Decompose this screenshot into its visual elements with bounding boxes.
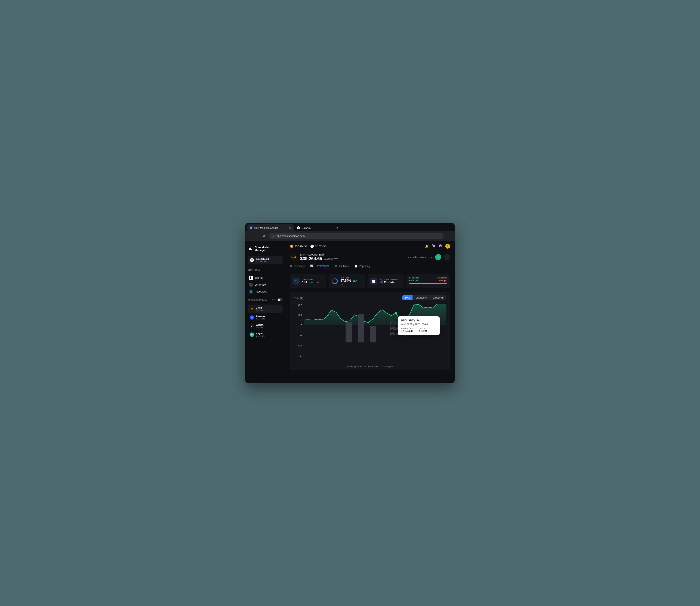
section-label-exchanges: YOUR EXCHANGES FAV bbox=[248, 298, 283, 301]
card-value: 104 bbox=[302, 280, 307, 284]
long-label: Long Ratio bbox=[409, 277, 419, 279]
calculator-icon[interactable] bbox=[439, 244, 442, 248]
more-button[interactable]: ⋯ bbox=[444, 254, 450, 260]
reporting-icon: 📋 bbox=[354, 265, 357, 267]
refresh-button[interactable]: ⟲ bbox=[435, 254, 441, 260]
exchange-icon: by bbox=[250, 307, 254, 311]
browser-tab-strip: ◐ Coin Market Manager ✕ ◍ CoinAnk ✕ bbox=[245, 223, 455, 231]
brand-logo[interactable]: Coin Market Manager bbox=[248, 245, 283, 252]
y-tick: -50k bbox=[294, 345, 302, 347]
short-count: (5) bbox=[444, 279, 447, 282]
eth-price: ♦ $2,753.54 bbox=[310, 244, 326, 248]
svg-point-7 bbox=[440, 247, 440, 247]
main-panel: ₿ $57,424.54 ♦ $2,753.54 🔔 R bbox=[285, 241, 455, 383]
card-value: 67.54% bbox=[341, 279, 351, 282]
exchange-name: Bitget bbox=[256, 332, 264, 335]
back-button[interactable]: ← bbox=[248, 234, 253, 238]
ratio-bar bbox=[409, 283, 447, 284]
topbar: ₿ $57,424.54 ♦ $2,753.54 🔔 R bbox=[285, 241, 455, 252]
eth-icon: ♦ bbox=[310, 244, 314, 248]
tab-title: Coin Market Manager bbox=[254, 227, 278, 229]
browser-tab-coinank[interactable]: ◍ CoinAnk ✕ bbox=[294, 224, 342, 231]
brand-name: Coin Market Manager bbox=[255, 246, 270, 252]
fav-toggle[interactable] bbox=[277, 298, 283, 301]
favicon-cmm-icon: ◐ bbox=[250, 226, 253, 229]
sidebar-item-journal[interactable]: ▌ Journal bbox=[248, 274, 283, 281]
fav-label: FAV bbox=[272, 299, 276, 301]
account-balance-btc: 0.84253 BTC bbox=[325, 258, 339, 261]
account-balance-usd: $39,264.65 bbox=[300, 256, 322, 261]
btc-price: ₿ $57,424.54 bbox=[290, 244, 307, 248]
exchange-item-bitget[interactable]: ⇄ Bitget1 account bbox=[248, 330, 283, 339]
exchange-item-bybit[interactable]: by Bybit3 accounts bbox=[248, 305, 283, 313]
exchange-name: Bybit bbox=[256, 306, 265, 309]
favicon-coinank-icon: ◍ bbox=[297, 226, 300, 229]
analytics-icon: ▤ bbox=[335, 265, 337, 267]
tooltip-total-value: ฿ 8.124 bbox=[419, 329, 428, 332]
card-avg-duration: 📈 Avg Trade Duration 3h 2m 54s bbox=[368, 274, 404, 288]
exchange-icon: w bbox=[250, 324, 254, 328]
exchange-sub: 3 accounts bbox=[256, 318, 265, 320]
donut-icon bbox=[332, 278, 338, 284]
exchange-item-woox[interactable]: w WOOX1 account bbox=[248, 322, 283, 330]
visibility-off-icon[interactable] bbox=[432, 244, 436, 249]
segment-pnl[interactable]: PNL bbox=[402, 295, 413, 300]
tab-label: Performance bbox=[315, 264, 329, 267]
avatar[interactable]: R bbox=[445, 244, 450, 249]
swap-icon: ⇅ bbox=[293, 278, 300, 284]
chart-title: PNL ($) bbox=[294, 296, 303, 299]
tooltip-realised-label: Realised PNL bbox=[401, 327, 414, 329]
svg-rect-0 bbox=[249, 248, 250, 250]
tab-summary[interactable]: ▦Summary bbox=[290, 264, 305, 270]
y-tick: 50K bbox=[294, 304, 302, 306]
tooltip-realised-value: +฿ 0.0458 bbox=[401, 329, 414, 332]
forward-button[interactable]: → bbox=[255, 234, 259, 238]
browser-menu-button[interactable]: ⋮ bbox=[446, 234, 452, 238]
browser-window: ◐ Coin Market Manager ✕ ◍ CoinAnk ✕ ← → … bbox=[245, 223, 455, 383]
chart-tooltip: BTCUSDT (134) Wed, 28 May 2020 - 15:45 R… bbox=[398, 317, 440, 335]
sidebar-item-verification[interactable]: ✓ Verification bbox=[248, 281, 283, 288]
card-long-short-ratio: Long Ratio Short Ratio 67% (14) 33% (5) bbox=[406, 274, 450, 288]
card-win-rate: Win Rate 67.54% 11W / 9L bbox=[329, 274, 365, 288]
card-value: 3h 2m 54s bbox=[379, 280, 398, 284]
svg-rect-2 bbox=[251, 249, 252, 250]
svg-point-6 bbox=[441, 246, 441, 246]
chart-plot[interactable]: Coin MarketManager BTCUSDT (134) Wed, 28… bbox=[304, 304, 446, 357]
exchange-icon: ⇄ bbox=[250, 332, 254, 337]
bell-icon[interactable]: 🔔 bbox=[425, 244, 428, 248]
tooltip-timestamp: Wed, 28 May 2020 - 15:45 bbox=[401, 323, 437, 326]
exchanges-label-text: YOUR EXCHANGES bbox=[248, 299, 267, 301]
close-icon[interactable]: ✕ bbox=[289, 226, 291, 230]
balance-btc: 1.24939 BTC bbox=[256, 260, 269, 263]
tab-reporting[interactable]: 📋Reporting bbox=[354, 264, 370, 270]
address-bar[interactable]: 🔒 app.coinmarketman.com bbox=[269, 233, 444, 239]
segment-drawdown[interactable]: Drawdown bbox=[430, 295, 446, 300]
tab-analytics[interactable]: ▤Analytics bbox=[335, 264, 349, 270]
svg-point-5 bbox=[440, 246, 440, 246]
card-total-trades: ⇅ Total trades 104 11W / 9L bbox=[290, 274, 326, 288]
segment-distribution[interactable]: Distribution bbox=[413, 295, 430, 300]
losses-pill: 9L bbox=[342, 283, 344, 285]
close-icon[interactable]: ✕ bbox=[336, 226, 339, 230]
tab-performance[interactable]: 📈Performance bbox=[310, 264, 329, 270]
svg-rect-1 bbox=[250, 248, 251, 250]
chart-cursor-line bbox=[396, 304, 396, 357]
short-value: 33% bbox=[439, 279, 444, 282]
chart-area[interactable]: 50K25K0-25k-50k-75k Coin MarketManager B… bbox=[294, 304, 446, 364]
performance-icon: 📈 bbox=[310, 264, 313, 267]
sidebar-item-label: Verification bbox=[255, 283, 267, 286]
sidebar-item-label: Resources bbox=[255, 290, 267, 293]
app-body: Coin Market Manager 🏠 $42,487.34 1.24939… bbox=[245, 241, 455, 383]
section-label-tools: CMM TOOLS bbox=[248, 269, 283, 271]
balance-card[interactable]: 🏠 $42,487.34 1.24939 BTC bbox=[248, 256, 283, 264]
chart-cursor-dot bbox=[395, 312, 397, 314]
account-header: bybit Main Account • Bybit $39,264.65 0.… bbox=[285, 252, 455, 261]
y-tick: 25K bbox=[294, 314, 302, 317]
sidebar-item-resources[interactable]: 🌐 Resources bbox=[248, 288, 283, 295]
reload-button[interactable]: ⟳ bbox=[262, 234, 266, 238]
browser-tab-coinmarketmanager[interactable]: ◐ Coin Market Manager ✕ bbox=[247, 224, 294, 231]
exchange-sub: 1 account bbox=[256, 335, 264, 337]
exchange-list: by Bybit3 accountsPh Phemex3 accountsw W… bbox=[248, 305, 283, 339]
exchange-item-phemex[interactable]: Ph Phemex3 accounts bbox=[248, 313, 283, 322]
url-text: app.coinmarketman.com bbox=[277, 235, 305, 237]
